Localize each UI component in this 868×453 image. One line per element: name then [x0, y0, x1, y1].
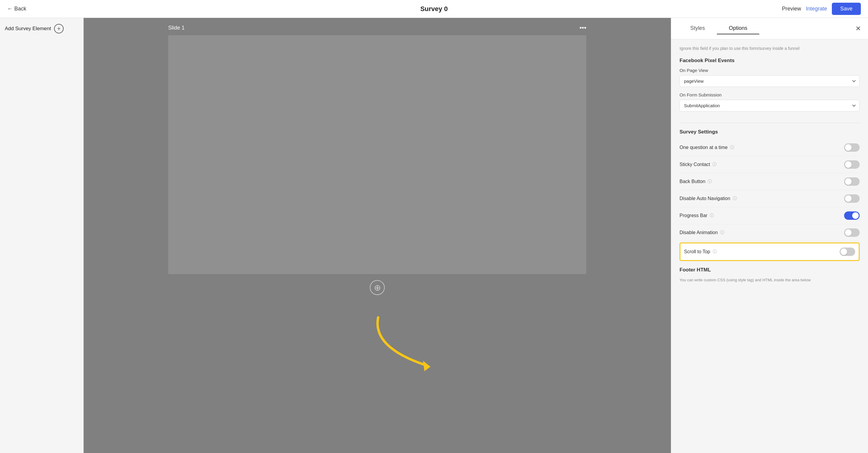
sticky-contact-info-icon[interactable]: ⓘ — [712, 162, 717, 167]
disable-auto-nav-info-icon[interactable]: ⓘ — [733, 196, 737, 201]
one-question-info-icon[interactable]: ⓘ — [730, 145, 734, 150]
canvas-area: Slide 1 ••• ⊕ — [84, 18, 671, 453]
add-survey-element-label: Add Survey Element — [5, 25, 51, 32]
toggle-progress-bar-label-group: Progress Bar ⓘ — [680, 213, 714, 218]
back-arrow-icon: ← — [7, 6, 12, 12]
back-button[interactable]: ← Back — [7, 6, 26, 12]
toggle-scroll-to-top: Scroll to Top ⓘ — [680, 242, 860, 261]
save-button[interactable]: Save — [832, 3, 861, 15]
right-panel: Styles Options ✕ Ignore this field if yo… — [671, 18, 868, 453]
slide-canvas — [168, 35, 586, 274]
progress-bar-toggle[interactable] — [844, 212, 860, 220]
footer-html-note: You can write custom CSS (using style ta… — [680, 277, 860, 283]
main-layout: Add Survey Element + Slide 1 ••• ⊕ Style… — [0, 18, 868, 453]
header-right: Preview Integrate Save — [782, 3, 861, 15]
back-label: Back — [14, 6, 26, 12]
tab-styles[interactable]: Styles — [678, 23, 717, 34]
on-form-submission-label: On Form Submission — [680, 92, 860, 97]
facebook-pixel-section-label: Facebook Pixel Events — [680, 58, 860, 64]
on-page-view-label: On Page View — [680, 68, 860, 73]
toggle-sticky-contact: Sticky Contact ⓘ — [680, 156, 860, 173]
on-form-submission-select[interactable]: SubmitApplication — [680, 100, 860, 111]
survey-settings-label: Survey Settings — [680, 129, 860, 135]
svg-marker-0 — [423, 361, 430, 371]
toggle-back-button-label-group: Back Button ⓘ — [680, 179, 712, 184]
add-element-icon[interactable]: + — [54, 24, 64, 33]
header-left: ← Back — [7, 6, 26, 12]
left-sidebar: Add Survey Element + — [0, 18, 84, 453]
toggle-disable-auto-nav-label-group: Disable Auto Navigation ⓘ — [680, 196, 737, 201]
close-panel-button[interactable]: ✕ — [856, 25, 861, 33]
slide-header: Slide 1 ••• — [168, 24, 586, 32]
annotation-arrow — [366, 312, 456, 378]
slide-menu-button[interactable]: ••• — [580, 24, 586, 32]
progress-bar-info-icon[interactable]: ⓘ — [710, 213, 714, 218]
scroll-to-top-info-icon[interactable]: ⓘ — [713, 249, 717, 254]
disable-animation-toggle[interactable] — [844, 228, 860, 237]
disable-auto-nav-toggle[interactable] — [844, 194, 860, 203]
toggle-one-question-label-group: One question at a time ⓘ — [680, 145, 734, 150]
sticky-contact-toggle[interactable] — [844, 160, 860, 169]
panel-header: Styles Options ✕ — [671, 18, 868, 39]
add-survey-element-section[interactable]: Add Survey Element + — [5, 24, 79, 33]
toggle-back-button: Back Button ⓘ — [680, 173, 860, 190]
slide-title: Slide 1 — [168, 25, 185, 31]
toggle-one-question: One question at a time ⓘ — [680, 139, 860, 156]
funnel-note: Ignore this field if you plan to use thi… — [680, 45, 860, 52]
one-question-toggle[interactable] — [844, 143, 860, 152]
toggle-disable-animation-label-group: Disable Animation ⓘ — [680, 230, 724, 235]
on-page-view-select[interactable]: pageView — [680, 75, 860, 87]
back-button-toggle[interactable] — [844, 177, 860, 186]
integrate-button[interactable]: Integrate — [806, 6, 827, 12]
divider — [680, 123, 860, 123]
panel-body: Ignore this field if you plan to use thi… — [671, 39, 868, 453]
toggle-scroll-to-top-label-group: Scroll to Top ⓘ — [684, 249, 717, 254]
back-button-info-icon[interactable]: ⓘ — [708, 179, 712, 184]
toggle-sticky-contact-label-group: Sticky Contact ⓘ — [680, 162, 717, 167]
panel-tabs: Styles Options — [678, 23, 759, 34]
page-title: Survey 0 — [420, 5, 448, 13]
toggle-disable-auto-nav: Disable Auto Navigation ⓘ — [680, 190, 860, 207]
footer-html-label: Footer HTML — [680, 267, 860, 273]
add-slide-button[interactable]: ⊕ — [370, 280, 385, 295]
scroll-to-top-toggle[interactable] — [840, 248, 855, 256]
disable-animation-info-icon[interactable]: ⓘ — [720, 230, 724, 235]
toggle-disable-animation: Disable Animation ⓘ — [680, 224, 860, 241]
preview-button[interactable]: Preview — [782, 6, 801, 12]
tab-options[interactable]: Options — [717, 23, 759, 34]
add-slide-icon: ⊕ — [374, 283, 381, 293]
header: ← Back Survey 0 Preview Integrate Save — [0, 0, 868, 18]
toggle-progress-bar: Progress Bar ⓘ — [680, 207, 860, 224]
footer-html-section: Footer HTML You can write custom CSS (us… — [680, 267, 860, 283]
